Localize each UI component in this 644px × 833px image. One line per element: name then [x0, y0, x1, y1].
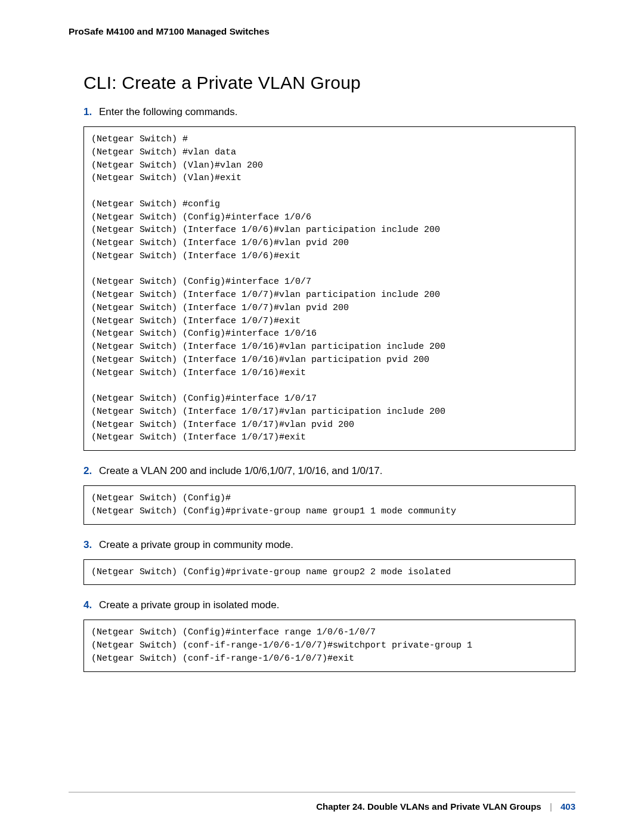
code-block-4: (Netgear Switch) (Config)#interface rang… — [83, 620, 575, 671]
step-list: 4. Create a private group in isolated mo… — [83, 599, 575, 611]
footer-separator: | — [550, 801, 552, 812]
section-title: CLI: Create a Private VLAN Group — [83, 73, 575, 93]
step-1: 1. Enter the following commands. — [83, 106, 575, 118]
footer-rule — [69, 792, 575, 792]
step-number: 2. — [83, 465, 99, 477]
step-text: Enter the following commands. — [99, 106, 237, 118]
step-number: 1. — [83, 106, 99, 118]
step-list: 1. Enter the following commands. — [83, 106, 575, 118]
code-block-3: (Netgear Switch) (Config)#private-group … — [83, 559, 575, 586]
step-list: 3. Create a private group in community m… — [83, 539, 575, 551]
page-number: 403 — [561, 801, 575, 812]
step-number: 4. — [83, 599, 99, 611]
step-text: Create a VLAN 200 and include 1/0/6,1/0/… — [99, 465, 382, 477]
code-block-1: (Netgear Switch) # (Netgear Switch) #vla… — [83, 126, 575, 451]
running-head: ProSafe M4100 and M7100 Managed Switches — [69, 26, 575, 37]
page: ProSafe M4100 and M7100 Managed Switches… — [0, 0, 644, 833]
step-number: 3. — [83, 539, 99, 551]
footer-chapter: Chapter 24. Double VLANs and Private VLA… — [316, 801, 541, 812]
step-2: 2. Create a VLAN 200 and include 1/0/6,1… — [83, 465, 575, 477]
step-3: 3. Create a private group in community m… — [83, 539, 575, 551]
step-text: Create a private group in isolated mode. — [99, 599, 279, 611]
step-4: 4. Create a private group in isolated mo… — [83, 599, 575, 611]
step-list: 2. Create a VLAN 200 and include 1/0/6,1… — [83, 465, 575, 477]
page-footer: Chapter 24. Double VLANs and Private VLA… — [316, 801, 575, 812]
code-block-2: (Netgear Switch) (Config)# (Netgear Swit… — [83, 485, 575, 525]
step-text: Create a private group in community mode… — [99, 539, 293, 551]
